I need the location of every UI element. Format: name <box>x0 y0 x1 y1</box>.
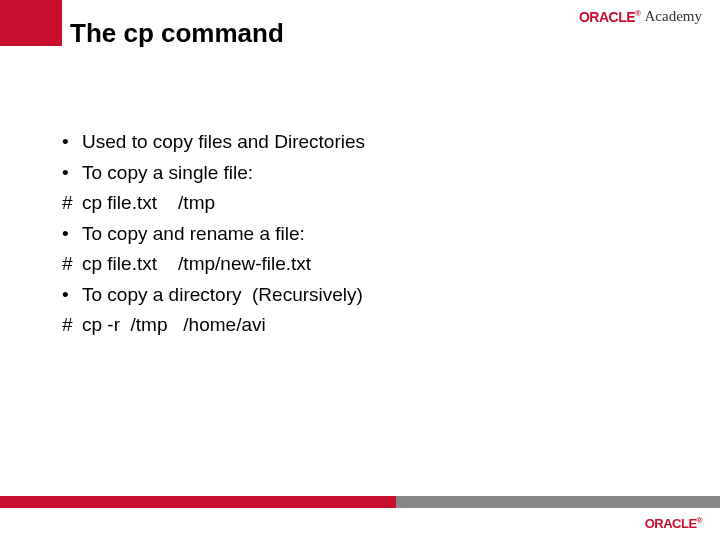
list-item: # cp file.txt /tmp/new-file.txt <box>62 250 365 279</box>
hash-icon: # <box>62 311 82 340</box>
line-text: cp -r /tmp /home/avi <box>82 311 266 340</box>
list-item: • Used to copy files and Directories <box>62 128 365 157</box>
bullet-icon: • <box>62 128 82 157</box>
slide-title: The cp command <box>70 18 284 49</box>
slide-content: • Used to copy files and Directories • T… <box>62 128 365 342</box>
line-text: Used to copy files and Directories <box>82 128 365 157</box>
line-text: To copy a single file: <box>82 159 253 188</box>
oracle-brand-text: ORACLE® <box>579 9 641 25</box>
slide-footer: ORACLE® <box>0 480 720 540</box>
bullet-icon: • <box>62 220 82 249</box>
registered-icon: ® <box>697 516 702 525</box>
oracle-academy-logo: ORACLE® Academy <box>579 8 702 25</box>
oracle-footer-logo: ORACLE® <box>645 514 702 532</box>
list-item: • To copy and rename a file: <box>62 220 365 249</box>
slide-header: The cp command ORACLE® Academy <box>0 0 720 70</box>
oracle-word: ORACLE <box>645 516 697 531</box>
line-text: cp file.txt /tmp/new-file.txt <box>82 250 311 279</box>
list-item: # cp file.txt /tmp <box>62 189 365 218</box>
line-text: To copy a directory (Recursively) <box>82 281 363 310</box>
list-item: • To copy a single file: <box>62 159 365 188</box>
hash-icon: # <box>62 250 82 279</box>
registered-icon: ® <box>635 9 640 18</box>
oracle-brand-text: ORACLE® <box>645 516 702 531</box>
header-red-square <box>0 0 62 46</box>
bullet-icon: • <box>62 159 82 188</box>
line-text: To copy and rename a file: <box>82 220 305 249</box>
list-item: • To copy a directory (Recursively) <box>62 281 365 310</box>
line-text: cp file.txt /tmp <box>82 189 215 218</box>
academy-text: Academy <box>645 8 702 25</box>
bullet-icon: • <box>62 281 82 310</box>
list-item: # cp -r /tmp /home/avi <box>62 311 365 340</box>
hash-icon: # <box>62 189 82 218</box>
oracle-word: ORACLE <box>579 9 635 25</box>
footer-divider-bar <box>0 496 720 508</box>
